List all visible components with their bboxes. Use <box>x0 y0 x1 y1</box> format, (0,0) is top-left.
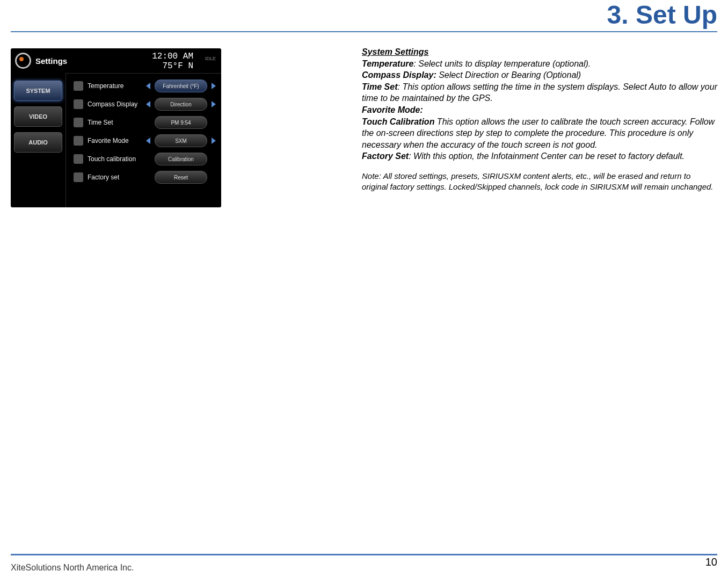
note-text: Note: All stored settings, presets, SIRI… <box>362 171 717 193</box>
footer-company: XiteSolutions North America Inc. <box>11 563 134 573</box>
description-column: System Settings Temperature: Select unit… <box>362 46 717 192</box>
clock-readout: 12:00 AM 75°F N <box>152 52 193 71</box>
compass-icon <box>74 99 83 109</box>
settings-panel: Temperature Fahrenheit (°F) Compass Disp… <box>65 73 221 207</box>
arrow-right-icon[interactable] <box>212 101 216 107</box>
term-touch: Touch Calibration <box>362 117 434 126</box>
factory-icon <box>74 172 83 182</box>
divider-top <box>11 31 717 32</box>
value-pill[interactable]: Reset <box>155 171 207 184</box>
value-pill[interactable]: Fahrenheit (°F) <box>155 80 207 92</box>
gear-icon <box>15 53 31 69</box>
value-pill[interactable]: SXM <box>155 134 207 147</box>
term-temperature: Temperature <box>362 59 413 68</box>
arrow-left-icon[interactable] <box>146 83 150 89</box>
page-number: 10 <box>705 556 717 568</box>
arrow-left-icon[interactable] <box>146 138 150 144</box>
row-touch: Touch calibration Calibration <box>74 150 216 168</box>
screenshot-header: Settings 12:00 AM 75°F N IDLE <box>11 48 221 73</box>
value-pill[interactable]: PM 9:54 <box>155 116 207 129</box>
section-heading: System Settings <box>362 47 428 56</box>
sidebar-audio[interactable]: AUDIO <box>14 132 62 153</box>
term-timeset: Time Set <box>362 82 397 91</box>
screenshot-title: Settings <box>35 56 67 66</box>
row-label: Favorite Mode <box>88 137 142 144</box>
row-compass: Compass Display Direction <box>74 95 216 113</box>
clock-temp: 75°F N <box>152 61 193 71</box>
arrow-left-icon[interactable] <box>146 101 150 107</box>
term-compass: Compass Display: <box>362 70 436 80</box>
row-timeset: Time Set PM 9:54 <box>74 113 216 132</box>
row-label: Time Set <box>88 119 142 126</box>
row-label: Touch calibration <box>88 155 142 163</box>
desc-temperature: : Select units to display temperature (o… <box>413 59 591 68</box>
sidebar-system[interactable]: SYSTEM <box>14 81 62 101</box>
row-label: Factory set <box>88 174 142 181</box>
arrow-right-icon[interactable] <box>212 83 216 89</box>
row-favorite: Favorite Mode SXM <box>74 132 216 150</box>
value-pill[interactable]: Calibration <box>155 153 207 165</box>
clock-time: 12:00 AM <box>152 52 193 61</box>
touch-icon <box>74 154 83 164</box>
settings-sidebar: SYSTEM VIDEO AUDIO <box>11 73 65 207</box>
desc-factory: : With this option, the Infotainment Cen… <box>409 151 685 161</box>
divider-bottom <box>11 554 717 555</box>
idle-indicator: IDLE <box>205 56 216 61</box>
row-label: Compass Display <box>88 100 142 108</box>
clock-icon <box>74 118 83 127</box>
term-factory: Factory Set <box>362 151 409 161</box>
row-label: Temperature <box>88 82 142 90</box>
value-pill[interactable]: Direction <box>155 98 207 111</box>
sidebar-video[interactable]: VIDEO <box>14 106 62 127</box>
term-favorite: Favorite Mode: <box>362 105 423 114</box>
thermometer-icon <box>74 81 83 91</box>
row-temperature: Temperature Fahrenheit (°F) <box>74 77 216 95</box>
desc-compass: Select Direction or Bearing (Optional) <box>436 70 581 80</box>
arrow-right-icon[interactable] <box>212 138 216 144</box>
page-title: 3. Set Up <box>607 0 717 30</box>
favorite-icon <box>74 136 83 146</box>
row-factory: Factory set Reset <box>74 168 216 186</box>
settings-screenshot: Settings 12:00 AM 75°F N IDLE SYSTEM VID… <box>11 48 221 207</box>
desc-timeset: : This option allows setting the time in… <box>362 82 717 103</box>
